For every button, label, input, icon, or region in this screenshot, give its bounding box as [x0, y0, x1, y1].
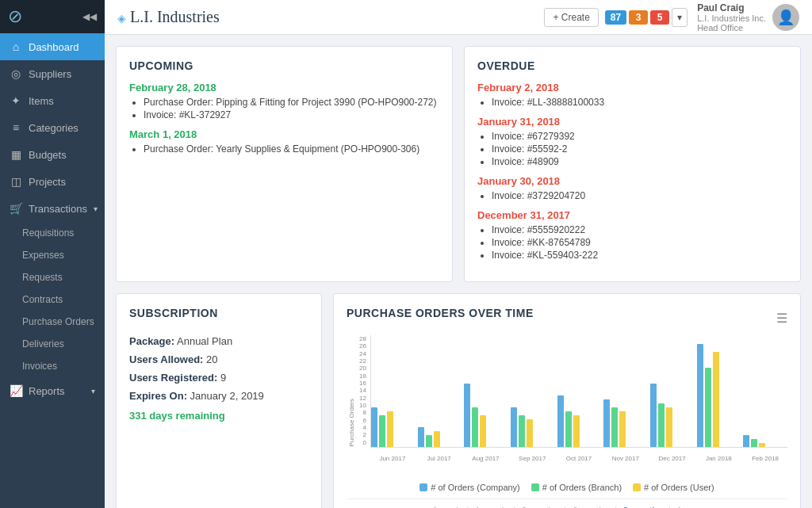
x-label-7: Jan 2018 — [696, 455, 741, 462]
overdue-list-1: Invoice: #67279392 Invoice: #55592-2 Inv… — [477, 131, 787, 167]
subscription-package: Package: Annual Plan — [129, 335, 308, 347]
bar-user-7 — [713, 352, 719, 447]
bar-company-6 — [650, 384, 657, 447]
bar-user-2 — [480, 415, 486, 447]
sidebar-item-requests[interactable]: Requests — [0, 266, 105, 288]
sidebar-item-transactions[interactable]: 🛒 Transactions ▾ — [0, 195, 105, 222]
bar-group-6 — [650, 384, 695, 447]
bar-branch-7 — [705, 368, 711, 447]
reports-arrow-icon: ▾ — [91, 387, 95, 395]
upcoming-title: UPCOMING — [129, 59, 439, 72]
overdue-date-3: December 31, 2017 — [477, 209, 787, 221]
sidebar-item-contracts[interactable]: Contracts — [0, 288, 105, 311]
logo-text: L.I. Industries — [130, 8, 220, 25]
user-info: Paul Craig L.I. Industries Inc. Head Off… — [697, 2, 799, 32]
days-remaining: 331 days remaining — [129, 410, 308, 422]
overdue-card: OVERDUE February 2, 2018 Invoice: #LL-38… — [464, 46, 801, 282]
topbar-dropdown-button[interactable]: ▾ — [672, 8, 688, 27]
list-item: Invoice: #5555920222 — [492, 224, 787, 235]
chart-card: PURCHASE ORDERS OVER TIME ☰ 28 26 24 22 … — [333, 293, 801, 508]
sidebar-item-reports[interactable]: 📈 Reports ▾ — [0, 377, 105, 404]
user-branch: Head Office — [697, 23, 766, 32]
chart-area: 28 26 24 22 20 18 16 14 12 10 8 6 4 2 — [347, 335, 787, 478]
bar-group-3 — [511, 407, 555, 447]
topbar: ◈ L.I. Industries + Create 87 3 5 ▾ Paul… — [105, 0, 812, 35]
overdue-list-0: Invoice: #LL-38888100033 — [477, 97, 787, 108]
main-content: UPCOMING February 28, 2018 Purchase Orde… — [105, 35, 812, 508]
x-label-0: Jun 2017 — [370, 455, 415, 462]
badge-notifications[interactable]: 87 — [605, 10, 626, 25]
bar-branch-1 — [426, 435, 432, 447]
sidebar-item-invoices[interactable]: Invoices — [0, 355, 105, 377]
sidebar: ⊘ ◀◀ ⌂ Dashboard ◎ Suppliers ✦ Items ≡ C… — [0, 0, 105, 508]
overdue-section-3: December 31, 2017 Invoice: #5555920222 I… — [477, 209, 787, 261]
sidebar-item-budgets[interactable]: ▦ Budgets — [0, 141, 105, 168]
list-item: Invoice: #KK-87654789 — [492, 237, 787, 248]
bar-group-4 — [557, 395, 602, 447]
bar-group-7 — [697, 344, 741, 447]
overdue-section-2: January 30, 2018 Invoice: #3729204720 — [477, 175, 787, 201]
create-button[interactable]: + Create — [544, 8, 598, 27]
x-label-2: Aug 2017 — [464, 455, 508, 462]
upcoming-date-1: March 1, 2018 — [129, 128, 439, 140]
list-item: Invoice: #KL-372927 — [144, 109, 439, 120]
bar-branch-6 — [658, 403, 665, 447]
bar-branch-0 — [379, 415, 385, 447]
x-label-3: Sep 2017 — [510, 455, 554, 462]
overdue-title: OVERDUE — [477, 59, 787, 72]
bar-company-8 — [743, 435, 749, 447]
overdue-section-1: January 31, 2018 Invoice: #67279392 Invo… — [477, 116, 787, 167]
sidebar-item-deliveries[interactable]: Deliveries — [0, 333, 105, 355]
bar-user-0 — [387, 411, 393, 447]
user-company: L.I. Industries Inc. — [697, 13, 766, 23]
bar-company-1 — [418, 427, 424, 447]
company-logo: ◈ L.I. Industries — [117, 8, 220, 26]
sidebar-item-items[interactable]: ✦ Items — [0, 87, 105, 114]
sidebar-collapse-button[interactable]: ◀◀ — [82, 11, 97, 22]
x-label-5: Nov 2017 — [603, 455, 648, 462]
bar-user-5 — [619, 411, 626, 447]
badge-orders[interactable]: 3 — [629, 10, 648, 25]
sidebar-item-requisitions[interactable]: Requisitions — [0, 222, 105, 244]
upcoming-section-0: February 28, 2018 Purchase Order: Pippin… — [129, 82, 439, 120]
legend-user: # of Orders (User) — [633, 483, 714, 492]
sidebar-item-categories[interactable]: ≡ Categories — [0, 114, 105, 141]
user-name: Paul Craig — [697, 2, 766, 13]
x-label-4: Oct 2017 — [557, 455, 601, 462]
sidebar-item-dashboard[interactable]: ⌂ Dashboard — [0, 33, 105, 60]
sidebar-item-suppliers[interactable]: ◎ Suppliers — [0, 60, 105, 87]
bar-group-8 — [743, 435, 787, 447]
sidebar-logo: ⊘ ◀◀ — [0, 0, 105, 33]
chart-title: PURCHASE ORDERS OVER TIME — [347, 307, 534, 319]
y-axis-title: Purchase Orders — [348, 399, 355, 446]
overdue-list-2: Invoice: #3729204720 — [477, 190, 787, 201]
bar-company-5 — [603, 399, 610, 447]
sidebar-item-purchase-orders[interactable]: Purchase Orders — [0, 311, 105, 333]
legend-company: # of Orders (Company) — [419, 483, 519, 492]
bar-chart — [370, 335, 787, 448]
x-label-1: Jul 2017 — [417, 455, 462, 462]
list-item: Invoice: #KL-559403-222 — [492, 250, 787, 261]
overdue-list-3: Invoice: #5555920222 Invoice: #KK-876547… — [477, 224, 787, 261]
bar-branch-3 — [519, 415, 525, 447]
budgets-icon: ▦ — [10, 148, 22, 161]
upcoming-list-0: Purchase Order: Pipping & Fitting for Pr… — [129, 97, 439, 120]
sidebar-item-projects[interactable]: ◫ Projects — [0, 168, 105, 195]
subscription-title: SUBSCRIPTION — [129, 307, 308, 319]
sidebar-item-expenses[interactable]: Expenses — [0, 244, 105, 266]
chart-menu-icon[interactable]: ☰ — [776, 311, 787, 326]
list-item: Invoice: #67279392 — [492, 131, 787, 142]
list-item: Purchase Order: Yearly Supplies & Equipm… — [144, 143, 439, 155]
bar-company-7 — [697, 344, 703, 447]
upcoming-section-1: March 1, 2018 Purchase Order: Yearly Sup… — [129, 128, 439, 155]
subscription-users-registered: Users Registered: 9 — [129, 372, 308, 384]
x-label-8: Feb 2018 — [743, 455, 787, 462]
home-icon: ⌂ — [10, 40, 22, 53]
app-icon: ⊘ — [8, 6, 22, 27]
bar-user-3 — [527, 419, 533, 447]
list-item: Invoice: #LL-38888100033 — [492, 97, 787, 108]
subscription-info: Package: Annual Plan Users Allowed: 20 U… — [129, 335, 308, 422]
chart-time-filter: 1 week | 1 month | 3 months | 6 months |… — [347, 498, 787, 508]
badge-alerts[interactable]: 5 — [650, 10, 669, 25]
logo-gem-icon: ◈ — [117, 13, 126, 25]
